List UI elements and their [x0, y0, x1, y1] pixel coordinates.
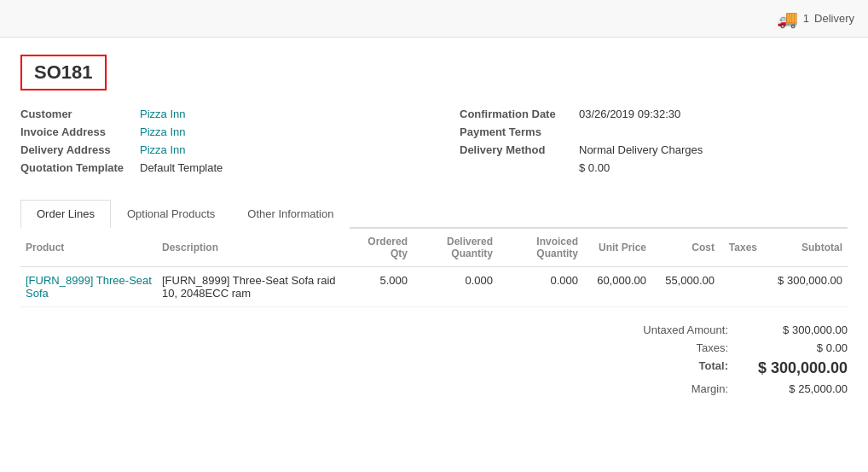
- cell-taxes: [720, 267, 762, 307]
- delivery-address-label: Delivery Address: [20, 143, 140, 156]
- quotation-template-value: Default Template: [140, 161, 223, 174]
- cell-ordered-qty: 5.000: [344, 267, 413, 307]
- total-value: $ 300,000.00: [745, 359, 848, 377]
- delivery-label: Delivery: [814, 12, 854, 25]
- main-content: SO181 Customer Pizza Inn Invoice Address…: [0, 38, 868, 415]
- customer-label: Customer: [20, 108, 140, 120]
- delivery-badge[interactable]: 🚚 1 Delivery: [777, 9, 854, 29]
- invoice-address-value[interactable]: Pizza Inn: [140, 125, 185, 138]
- delivery-address-field: Delivery Address Pizza Inn: [20, 143, 408, 156]
- delivery-count: 1: [803, 12, 809, 25]
- col-subtotal: Subtotal: [762, 229, 848, 267]
- tab-other-information[interactable]: Other Information: [231, 200, 350, 229]
- invoice-address-field: Invoice Address Pizza Inn: [20, 125, 408, 138]
- col-invoiced-quantity: Invoiced Quantity: [498, 229, 583, 267]
- order-title: SO181: [20, 55, 107, 90]
- customer-field: Customer Pizza Inn: [20, 108, 408, 120]
- quotation-template-label: Quotation Template: [20, 161, 140, 174]
- col-delivered-quantity: Delivered Quantity: [413, 229, 498, 267]
- tab-order-lines[interactable]: Order Lines: [20, 200, 111, 229]
- quotation-template-field: Quotation Template Default Template: [20, 161, 408, 174]
- total-label: Total:: [592, 359, 728, 377]
- delivery-address-value[interactable]: Pizza Inn: [140, 143, 185, 156]
- taxes-label: Taxes:: [592, 341, 728, 354]
- col-taxes: Taxes: [720, 229, 762, 267]
- margin-row: Margin: $ 25,000.00: [592, 380, 848, 398]
- table-row: [FURN_8999] Three-Seat Sofa [FURN_8999] …: [20, 267, 848, 307]
- form-left: Customer Pizza Inn Invoice Address Pizza…: [20, 108, 408, 179]
- taxes-row: Taxes: $ 0.00: [592, 339, 848, 357]
- untaxed-amount-value: $ 300,000.00: [745, 323, 848, 336]
- col-product: Product: [20, 229, 157, 267]
- delivery-method-label: Delivery Method: [460, 143, 579, 156]
- customer-value[interactable]: Pizza Inn: [140, 108, 185, 120]
- delivery-method-value: Normal Delivery Charges: [579, 143, 703, 156]
- delivery-method-field: Delivery Method Normal Delivery Charges: [460, 143, 848, 156]
- cell-product[interactable]: [FURN_8999] Three-Seat Sofa: [20, 267, 157, 307]
- delivery-truck-icon: 🚚: [777, 9, 798, 29]
- col-description: Description: [157, 229, 344, 267]
- cell-description: [FURN_8999] Three-Seat Sofa raid 10, 204…: [157, 267, 344, 307]
- margin-value: $ 25,000.00: [745, 382, 848, 395]
- cell-subtotal: $ 300,000.00: [762, 267, 848, 307]
- untaxed-amount-label: Untaxed Amount:: [592, 323, 728, 336]
- totals-section: Untaxed Amount: $ 300,000.00 Taxes: $ 0.…: [20, 307, 848, 398]
- totals-table: Untaxed Amount: $ 300,000.00 Taxes: $ 0.…: [592, 321, 848, 398]
- col-ordered-qty: Ordered Qty: [344, 229, 413, 267]
- payment-terms-label: Payment Terms: [460, 125, 579, 138]
- invoice-address-label: Invoice Address: [20, 125, 140, 138]
- delivery-charge-field: $ 0.00: [460, 161, 848, 174]
- cell-cost: 55,000.00: [651, 267, 720, 307]
- total-row: Total: $ 300,000.00: [592, 357, 848, 380]
- delivery-charge-value: $ 0.00: [579, 161, 610, 174]
- top-bar: 🚚 1 Delivery: [0, 0, 868, 38]
- col-unit-price: Unit Price: [583, 229, 651, 267]
- tabs: Order Lines Optional Products Other Info…: [20, 200, 848, 229]
- tab-content: Product Description Ordered Qty Delivere…: [20, 229, 848, 307]
- untaxed-amount-row: Untaxed Amount: $ 300,000.00: [592, 321, 848, 339]
- cell-unit-price: 60,000.00: [583, 267, 651, 307]
- cell-delivered-quantity: 0.000: [413, 267, 498, 307]
- confirmation-date-label: Confirmation Date: [460, 108, 579, 120]
- order-table: Product Description Ordered Qty Delivere…: [20, 229, 848, 307]
- tab-optional-products[interactable]: Optional Products: [111, 200, 231, 229]
- taxes-value: $ 0.00: [745, 341, 848, 354]
- confirmation-date-field: Confirmation Date 03/26/2019 09:32:30: [460, 108, 848, 120]
- col-cost: Cost: [651, 229, 720, 267]
- confirmation-date-value: 03/26/2019 09:32:30: [579, 108, 680, 120]
- form-right: Confirmation Date 03/26/2019 09:32:30 Pa…: [460, 108, 848, 179]
- payment-terms-field: Payment Terms: [460, 125, 848, 138]
- cell-invoiced-quantity: 0.000: [498, 267, 583, 307]
- form-section: Customer Pizza Inn Invoice Address Pizza…: [20, 108, 848, 179]
- margin-label: Margin:: [592, 382, 728, 395]
